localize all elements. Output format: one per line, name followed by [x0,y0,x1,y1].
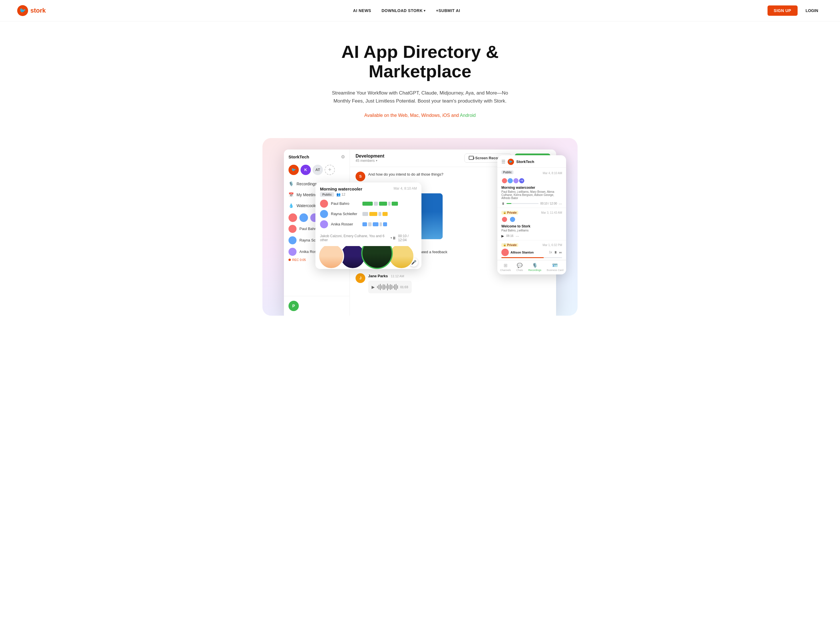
channel-title-row: Development 45 members [356,154,384,163]
pause-button[interactable]: ⏸ [392,236,396,240]
more-options-button[interactable]: ··· [516,234,519,238]
watercooler-person: Anika Rosser [320,220,417,228]
watercooler-controls: ⏸ 00:10 / 12:04 [392,234,417,242]
private-badge: Private [501,211,518,214]
now-playing-row: Allison Stanton 1x ⏸ ⏭ [501,249,562,256]
nav-channels[interactable]: ⊞ Channels [500,263,511,272]
channels-icon: ⊞ [503,263,507,268]
person-name: Rayna Schleifer [331,212,360,216]
avatar [507,178,514,184]
audio-play-button[interactable]: ▶ [372,285,375,289]
waveform-bar [377,286,378,288]
watercooler-title: Morning watercooler [320,186,362,191]
nav-chats[interactable]: 💬 Chats [516,263,523,272]
mobile-recording-3: Private Mar 1, 6:32 PM Allison Stanton 1… [498,240,566,260]
speed-control[interactable]: 1x [549,251,552,254]
mobile-header: ☰ 🐦 StorkTech [498,155,566,168]
platform-android: Android [460,113,475,118]
nav-links: AI NEWS DOWNLOAD STORK +SUBMIT AI [353,8,460,13]
progress-fill [501,257,544,258]
channel-name: Development [356,154,384,159]
platform-mac: Mac [410,113,419,118]
signup-button[interactable]: SIGN UP [768,6,797,16]
person-avatar [320,200,328,208]
waveform-bar [396,284,397,290]
msg-avatar: S [356,171,365,181]
hero-subtitle: Streamline Your Workflow with ChatGPT, C… [331,89,509,105]
bar-segment [382,212,388,216]
waveform-bar [385,286,387,288]
avatar [501,178,508,184]
progress-bar [501,257,562,258]
play-button[interactable]: ▶ [501,234,504,238]
platform-web: Web [398,113,408,118]
hamburger-icon[interactable]: ☰ [501,159,505,164]
logo[interactable]: 🐦 stork [17,5,46,16]
add-workspace-button[interactable]: + [325,165,335,175]
workspace-avatar-purple[interactable]: K [301,165,311,175]
calendar-icon: 📅 [288,192,294,197]
rec-avatars-row [501,216,562,223]
nav-download[interactable]: DOWNLOAD STORK [382,8,426,13]
nav-label: Recordings [528,269,542,272]
pause-button[interactable]: ⏸ [554,250,557,254]
chats-icon: 💬 [517,263,523,268]
login-button[interactable]: LOGIN [801,6,823,16]
platform-ios: iOS [442,113,450,118]
bar-segment [368,222,372,226]
msg-body: And how do you intend to do all those th… [368,172,443,176]
rec-date: Mar 3, 11:43 AM [541,211,562,214]
watercooler-participants[interactable]: Jakob Calzoni, Emery Culhane, You and 6 … [320,234,392,242]
skip-button[interactable]: ⏭ [559,251,562,254]
pause-button[interactable]: ⏸ [501,202,505,206]
mobile-workspace: StorkTech [516,159,534,164]
workspace-avatar-stork[interactable]: 🐦 [288,165,299,175]
msg-avatar: J [356,273,365,283]
logo-text: stork [30,7,46,14]
mobile-logo: 🐦 [508,159,514,165]
bar-segment [362,202,373,206]
channel-members[interactable]: 45 members [356,159,384,163]
public-badge: Public [320,192,334,197]
business-card-icon: 🪪 [552,263,558,268]
bar-segment [362,222,367,226]
more-options-button[interactable]: ··· [559,201,562,206]
members-count: 👥 12 [337,192,345,196]
bar-segment [373,222,378,226]
sidebar-header: StorkTech ⚙ [284,149,350,163]
rec-header-row: Private Mar 3, 11:43 AM [501,211,562,214]
platforms-prefix: Available on the [365,113,398,118]
call-face-1 [318,246,344,269]
rec-dot [288,259,291,261]
rec-badge-row: Public [501,170,514,174]
waveform-bar [381,285,382,289]
waveform-bar [388,285,389,289]
nav-label: Chats [516,269,523,272]
nav-recordings[interactable]: 🎙️ Recordings [528,263,542,272]
person-name: Anika Rosser [331,222,360,226]
call-face-active [361,246,393,269]
bar-segment [379,202,387,206]
bar-segment [374,202,378,206]
waveform-bar [393,286,394,288]
nav-ai-news[interactable]: AI NEWS [353,8,371,13]
rec-label: REC 0:05 [292,258,306,261]
watercooler-date: Mar 4, 8:10 AM [394,186,417,190]
avatar [501,249,509,256]
nav-business-card[interactable]: 🪪 Business Card [547,263,564,272]
watercooler-header: Morning watercooler Public 👥 12 Mar 4, 8… [316,183,421,200]
rec-header-row: Private Mar 1, 6:32 PM [501,243,562,247]
watercooler-overlay: Morning watercooler Public 👥 12 Mar 4, 8… [316,183,421,269]
gear-icon[interactable]: ⚙ [341,154,345,159]
nav-submit[interactable]: +SUBMIT AI [436,8,460,13]
recording-icon: 🎙️ [532,263,538,268]
user-avatar[interactable]: P [288,301,299,311]
progress-fill [506,203,511,204]
person-name: Paul Bahro [331,201,360,206]
screen-record-icon [469,156,473,160]
rec-avatars-row: +3 [501,178,562,184]
audio-message: ▶ [368,281,412,293]
recording-names: Paul Bahro, j.williams [501,229,562,232]
progress-row: ⏸ 00:10 / 12:00 ··· [501,201,562,206]
workspace-avatar-at[interactable]: AT [313,165,323,175]
